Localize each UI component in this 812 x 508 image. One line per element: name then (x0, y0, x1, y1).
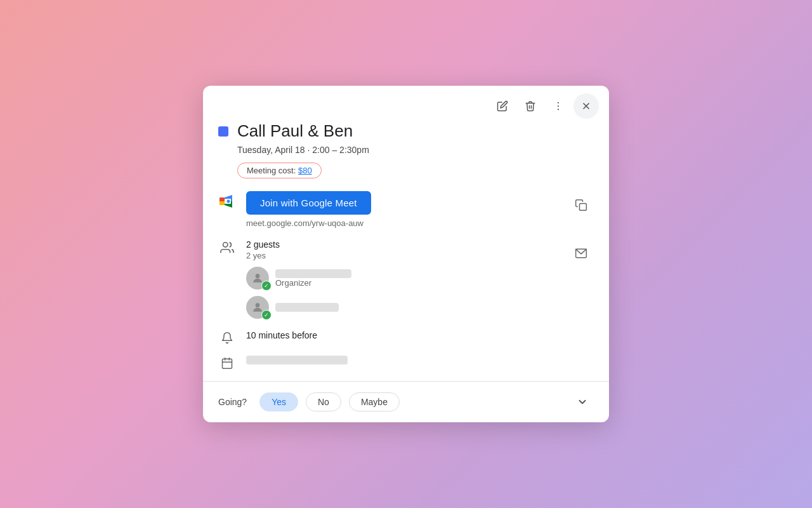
guest-1-role: Organizer (275, 278, 351, 288)
meeting-cost-link[interactable]: $80 (298, 166, 312, 175)
meet-content: Join with Google Meet meet.google.com/yr… (246, 191, 558, 228)
guest-1-item: ✓ Organizer (246, 267, 558, 290)
meet-icon-container (218, 192, 236, 210)
google-meet-section: Join with Google Meet meet.google.com/yr… (218, 191, 594, 228)
svg-rect-17 (223, 359, 232, 368)
reminder-content: 10 minutes before (246, 330, 594, 340)
google-meet-icon (218, 192, 236, 210)
going-label: Going? (218, 397, 247, 407)
calendar-section (218, 356, 594, 370)
svg-point-1 (558, 105, 559, 107)
event-color-indicator (218, 126, 228, 137)
event-time-range: 2:00 – 2:30pm (312, 145, 369, 155)
calendar-name-bar (246, 356, 348, 364)
event-modal: Call Paul & Ben Tuesday, April 18 · 2:00… (203, 86, 609, 422)
rsvp-no-button[interactable]: No (306, 392, 341, 411)
event-datetime: Tuesday, April 18 · 2:00 – 2:30pm (237, 145, 594, 155)
event-title-row: Call Paul & Ben (218, 121, 594, 141)
delete-button[interactable] (518, 93, 543, 119)
svg-point-0 (558, 102, 559, 104)
guests-count: 2 guests (246, 239, 558, 250)
email-icon (575, 247, 587, 260)
calendar-content (246, 356, 594, 364)
copy-icon (575, 199, 587, 211)
svg-point-15 (256, 303, 260, 307)
event-date: Tuesday, April 18 (237, 145, 305, 155)
modal-body: Call Paul & Ben Tuesday, April 18 · 2:00… (203, 121, 609, 370)
more-icon (553, 100, 564, 112)
more-options-button[interactable] (546, 93, 571, 119)
guest-2-name-bar-container (275, 303, 339, 312)
guest-2-avatar: ✓ (246, 296, 269, 319)
event-title: Call Paul & Ben (237, 121, 353, 141)
meeting-cost-badge: Meeting cost: $80 (237, 163, 322, 178)
guest-2-name-bar (275, 303, 339, 312)
guests-yes-count: 2 yes (246, 251, 558, 260)
chevron-down-icon (577, 396, 588, 408)
meet-link: meet.google.com/yrw-uqoa-auw (246, 218, 558, 228)
guest-2-checkmark: ✓ (261, 310, 272, 320)
svg-rect-7 (219, 201, 225, 205)
calendar-icon-container (218, 357, 236, 370)
guests-icon (220, 241, 234, 255)
bell-icon (221, 331, 233, 344)
meeting-cost-label: Meeting cost: (247, 166, 296, 175)
close-button[interactable] (573, 93, 599, 119)
rsvp-yes-button[interactable]: Yes (259, 392, 298, 411)
close-icon (581, 101, 591, 111)
guest-1-avatar: ✓ (246, 267, 269, 290)
guest-1-details: Organizer (275, 269, 351, 288)
guest-2-item: ✓ (246, 296, 558, 319)
svg-rect-6 (219, 197, 225, 201)
svg-point-11 (227, 200, 230, 203)
delete-icon (525, 100, 536, 112)
svg-point-13 (223, 243, 228, 247)
modal-footer: Going? Yes No Maybe (203, 381, 609, 422)
svg-point-2 (558, 109, 559, 110)
join-meet-button[interactable]: Join with Google Meet (246, 191, 371, 215)
reminder-section: 10 minutes before (218, 330, 594, 344)
copy-link-button[interactable] (568, 192, 594, 218)
calendar-icon (221, 357, 233, 370)
guests-section: 2 guests 2 yes ✓ Organizer (218, 239, 594, 319)
svg-rect-12 (580, 204, 587, 211)
guests-icon-container (218, 241, 236, 255)
guests-content: 2 guests 2 yes ✓ Organizer (246, 239, 558, 319)
edit-icon (497, 100, 508, 112)
email-guests-button[interactable] (568, 241, 594, 266)
reminder-text: 10 minutes before (246, 330, 594, 340)
guest-1-name-bar (275, 269, 351, 278)
rsvp-maybe-button[interactable]: Maybe (349, 392, 400, 411)
reminder-icon-container (218, 331, 236, 344)
edit-button[interactable] (490, 93, 515, 119)
svg-point-14 (256, 274, 260, 278)
rsvp-expand-button[interactable] (571, 391, 594, 413)
guest-1-checkmark: ✓ (261, 281, 272, 291)
modal-header (203, 86, 609, 121)
